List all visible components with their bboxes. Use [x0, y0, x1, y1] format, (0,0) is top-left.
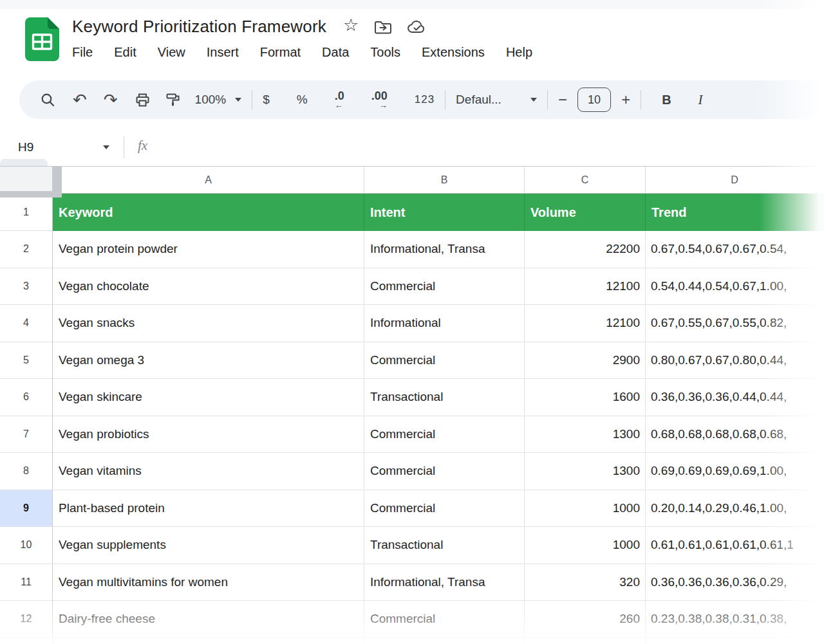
move-to-folder-icon[interactable]: [374, 19, 392, 35]
increase-font-size-button[interactable]: +: [621, 92, 630, 107]
row-header-6[interactable]: 6: [0, 379, 53, 416]
cell-C10[interactable]: 1000: [525, 527, 646, 564]
row-header-1[interactable]: 1: [0, 194, 53, 231]
google-sheets-logo-icon[interactable]: [25, 17, 59, 61]
cell-A13[interactable]: [53, 638, 364, 644]
cell-B11[interactable]: Informational, Transa: [364, 564, 525, 602]
cell-C5[interactable]: 2900: [525, 342, 646, 380]
menu-insert[interactable]: Insert: [207, 45, 239, 60]
decrease-font-size-button[interactable]: −: [558, 92, 567, 107]
row-header-7[interactable]: 7: [0, 416, 53, 454]
column-header-B[interactable]: B: [364, 167, 525, 194]
paint-format-button[interactable]: [165, 92, 181, 108]
row-header-3[interactable]: 3: [0, 268, 53, 306]
cell-B1-intent-header[interactable]: Intent: [364, 194, 525, 231]
column-header-A[interactable]: A: [53, 167, 364, 194]
cell-D5[interactable]: 0.80,0.67,0.67,0.80,0.44,: [646, 342, 824, 380]
row-header-4[interactable]: 4: [0, 305, 53, 342]
zoom-selector[interactable]: 100%: [195, 93, 242, 107]
row-header-2[interactable]: 2: [0, 231, 53, 268]
cell-A4[interactable]: Vegan snacks: [53, 305, 364, 342]
menu-format[interactable]: Format: [260, 45, 301, 60]
cell-C11[interactable]: 320: [525, 564, 646, 602]
undo-button[interactable]: ↶: [73, 91, 87, 108]
cell-D1-trend-header[interactable]: Trend: [646, 194, 824, 231]
cell-A6[interactable]: Vegan skincare: [53, 379, 364, 416]
cell-D13[interactable]: [646, 638, 824, 644]
menu-file[interactable]: File: [72, 45, 93, 60]
menu-view[interactable]: View: [158, 45, 185, 60]
cell-A9[interactable]: Plant-based protein: [53, 490, 364, 528]
format-percent-button[interactable]: %: [297, 93, 308, 107]
cell-C4[interactable]: 12100: [525, 305, 646, 342]
menu-help[interactable]: Help: [506, 45, 532, 60]
cell-B10[interactable]: Transactional: [364, 527, 525, 564]
cell-C2[interactable]: 22200: [525, 231, 646, 268]
row-header-9-selected[interactable]: 9: [0, 490, 53, 528]
cell-A11[interactable]: Vegan multivitamins for women: [53, 564, 364, 602]
row-header-8[interactable]: 8: [0, 453, 53, 490]
menu-data[interactable]: Data: [322, 45, 349, 60]
cell-A7[interactable]: Vegan probiotics: [53, 416, 364, 454]
cell-D8[interactable]: 0.69,0.69,0.69,0.69,1.00,: [646, 453, 824, 490]
cell-B12[interactable]: Commercial: [364, 601, 525, 638]
formula-input[interactable]: [161, 129, 824, 166]
decrease-decimal-button[interactable]: .0 ←: [335, 90, 344, 109]
cell-C3[interactable]: 12100: [525, 268, 646, 306]
cell-C12[interactable]: 260: [525, 601, 646, 638]
cell-A12[interactable]: Dairy-free cheese: [53, 601, 364, 638]
cell-A3[interactable]: Vegan chocolate: [53, 268, 364, 306]
cell-D4[interactable]: 0.67,0.55,0.67,0.55,0.82,: [646, 305, 824, 342]
freeze-row-handle[interactable]: [0, 191, 62, 198]
redo-button[interactable]: ↷: [104, 91, 118, 108]
search-menus-button[interactable]: [40, 92, 56, 108]
font-family-selector[interactable]: Defaul...: [456, 93, 537, 107]
row-header-10[interactable]: 10: [0, 527, 53, 564]
cell-C6[interactable]: 1600: [525, 379, 646, 416]
row-header-12[interactable]: 12: [0, 601, 53, 638]
column-header-C[interactable]: C: [525, 167, 646, 194]
cell-D12[interactable]: 0.23,0.38,0.38,0.31,0.38,: [646, 601, 824, 638]
cell-A8[interactable]: Vegan vitamins: [53, 453, 364, 490]
star-favorite-icon[interactable]: ☆: [343, 17, 359, 34]
cell-C9[interactable]: 1000: [525, 490, 646, 528]
font-size-input[interactable]: 10: [577, 87, 611, 112]
cell-C1-volume-header[interactable]: Volume: [525, 194, 646, 231]
cell-D2[interactable]: 0.67,0.54,0.67,0.67,0.54,: [646, 231, 824, 268]
row-header-13[interactable]: [0, 638, 53, 644]
column-header-D[interactable]: D: [646, 167, 824, 194]
cell-A5[interactable]: Vegan omega 3: [53, 342, 364, 380]
menu-edit[interactable]: Edit: [114, 45, 136, 60]
cell-D6[interactable]: 0.36,0.36,0.36,0.44,0.44,: [646, 379, 824, 416]
menu-extensions[interactable]: Extensions: [422, 45, 485, 60]
cell-D3[interactable]: 0.54,0.44,0.54,0.67,1.00,: [646, 268, 824, 306]
freeze-column-handle[interactable]: [53, 167, 62, 191]
cell-D10[interactable]: 0.61,0.61,0.61,0.61,0.61,1: [646, 527, 824, 564]
italic-button[interactable]: I: [698, 92, 703, 108]
cell-A10[interactable]: Vegan supplements: [53, 527, 364, 564]
cell-B8[interactable]: Commercial: [364, 453, 525, 490]
cloud-saved-status-icon[interactable]: [407, 19, 427, 34]
cell-A1-keyword-header[interactable]: Keyword: [53, 194, 364, 231]
cell-D9[interactable]: 0.20,0.14,0.29,0.46,1.00,: [646, 490, 824, 528]
cell-B7[interactable]: Commercial: [364, 416, 525, 454]
cell-B9[interactable]: Commercial: [364, 490, 525, 528]
cell-D7[interactable]: 0.68,0.68,0.68,0.68,0.68,: [646, 416, 824, 454]
print-button[interactable]: [135, 92, 151, 108]
increase-decimal-button[interactable]: .00 →: [371, 90, 388, 109]
cell-C8[interactable]: 1300: [525, 453, 646, 490]
cell-B4[interactable]: Informational: [364, 305, 525, 342]
cell-B2[interactable]: Informational, Transa: [364, 231, 525, 268]
row-header-11[interactable]: 11: [0, 564, 53, 602]
select-all-corner[interactable]: [0, 167, 53, 194]
cell-B6[interactable]: Transactional: [364, 379, 525, 416]
row-header-5[interactable]: 5: [0, 342, 53, 380]
menu-tools[interactable]: Tools: [370, 45, 400, 60]
format-currency-button[interactable]: $: [263, 93, 270, 107]
cell-C7[interactable]: 1300: [525, 416, 646, 454]
more-formats-button[interactable]: 123: [415, 93, 435, 106]
cell-B5[interactable]: Commercial: [364, 342, 525, 380]
cell-B13[interactable]: [364, 638, 525, 644]
cell-A2[interactable]: Vegan protein powder: [53, 231, 364, 268]
cell-D11[interactable]: 0.36,0.36,0.36,0.36,0.29,: [646, 564, 824, 602]
